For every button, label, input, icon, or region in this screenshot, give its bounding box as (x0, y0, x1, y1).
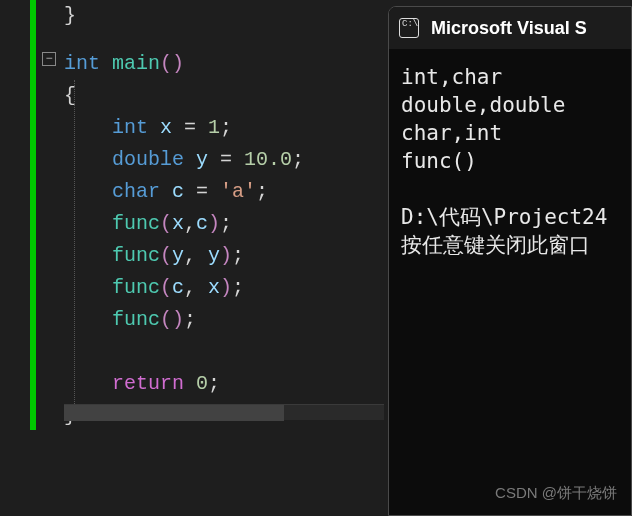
console-title: Microsoft Visual S (431, 18, 587, 39)
code-line: { (64, 80, 390, 112)
keyword: int (112, 116, 148, 139)
comma: , (184, 212, 196, 235)
identifier: y (196, 148, 208, 171)
function-call: func (112, 308, 160, 331)
comma: , (184, 244, 208, 267)
comma: , (184, 276, 208, 299)
paren: ( (160, 308, 172, 331)
keyword: double (112, 148, 184, 171)
console-titlebar[interactable]: C:\ Microsoft Visual S (389, 7, 631, 49)
semicolon: ; (232, 276, 244, 299)
function-call: func (112, 244, 160, 267)
char-literal: 'a' (220, 180, 256, 203)
identifier: x (172, 212, 184, 235)
code-line: int x = 1; (64, 112, 390, 144)
keyword: int (64, 52, 100, 75)
paren: ) (172, 308, 184, 331)
function-name: main (112, 52, 160, 75)
identifier: c (172, 276, 184, 299)
operator: = (184, 180, 220, 203)
paren: ( (160, 212, 172, 235)
function-call: func (112, 212, 160, 235)
fold-toggle-icon[interactable]: − (42, 52, 56, 66)
number: 0 (196, 372, 208, 395)
fold-gutter: − (36, 0, 64, 516)
code-line: func(); (64, 304, 390, 336)
console-window[interactable]: C:\ Microsoft Visual S int,char double,d… (388, 6, 632, 516)
keyword: char (112, 180, 160, 203)
paren: ) (208, 212, 220, 235)
semicolon: ; (292, 148, 304, 171)
paren: ( (160, 276, 172, 299)
identifier: c (196, 212, 208, 235)
indent-guide (74, 80, 75, 416)
code-line: func(y, y); (64, 240, 390, 272)
code-editor[interactable]: − } int main() { int x = 1; double y = 1… (0, 0, 390, 516)
paren: ) (172, 52, 184, 75)
brace: } (64, 4, 76, 27)
keyword: return (112, 372, 184, 395)
watermark: CSDN @饼干烧饼 (495, 484, 617, 503)
identifier: y (172, 244, 184, 267)
number: 1 (208, 116, 220, 139)
semicolon: ; (256, 180, 268, 203)
paren: ) (220, 276, 232, 299)
horizontal-scrollbar[interactable] (64, 404, 384, 420)
terminal-icon: C:\ (399, 18, 419, 38)
blank-line (64, 336, 390, 368)
console-output[interactable]: int,char double,double char,int func() D… (389, 49, 631, 269)
code-line: func(x,c); (64, 208, 390, 240)
paren: ) (220, 244, 232, 267)
number: 10.0 (244, 148, 292, 171)
code-line: double y = 10.0; (64, 144, 390, 176)
operator: = (172, 116, 208, 139)
code-area[interactable]: } int main() { int x = 1; double y = 10.… (64, 0, 390, 516)
identifier: y (208, 244, 220, 267)
semicolon: ; (220, 116, 232, 139)
identifier: c (172, 180, 184, 203)
semicolon: ; (184, 308, 196, 331)
identifier: x (160, 116, 172, 139)
code-line: return 0; (64, 368, 390, 400)
semicolon: ; (208, 372, 220, 395)
identifier: x (208, 276, 220, 299)
paren: ( (160, 244, 172, 267)
semicolon: ; (220, 212, 232, 235)
blank-line (64, 32, 390, 48)
code-line: int main() (64, 48, 390, 80)
function-call: func (112, 276, 160, 299)
code-line: func(c, x); (64, 272, 390, 304)
paren: ( (160, 52, 172, 75)
code-line: } (64, 0, 390, 32)
operator: = (208, 148, 244, 171)
code-line: char c = 'a'; (64, 176, 390, 208)
semicolon: ; (232, 244, 244, 267)
scrollbar-thumb[interactable] (64, 405, 284, 421)
